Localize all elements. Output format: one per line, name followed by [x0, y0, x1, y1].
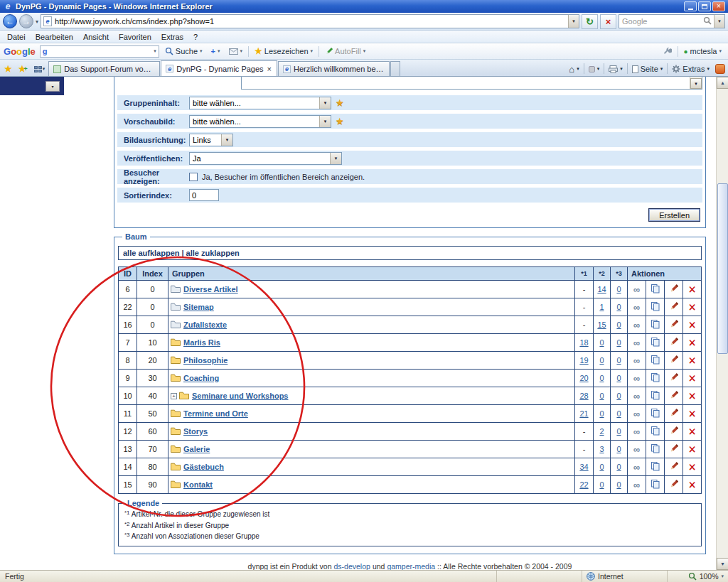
count-link[interactable]: 15	[597, 320, 606, 329]
action-cell[interactable]	[646, 476, 665, 494]
action-cell[interactable]: ∞	[628, 334, 646, 352]
count-link[interactable]: 0	[599, 338, 604, 347]
search-icon[interactable]	[703, 15, 712, 28]
action-cell[interactable]: ∞	[628, 370, 646, 387]
link-icon[interactable]: ∞	[633, 409, 640, 419]
action-cell[interactable]	[665, 441, 683, 458]
autofill-button[interactable]: AutoFill▾	[322, 45, 368, 57]
menu-bearbeiten[interactable]: Bearbeiten	[31, 32, 78, 42]
group-link[interactable]: Gästebuch	[183, 463, 224, 471]
scroll-up-icon[interactable]: ▲	[717, 77, 728, 89]
edit-icon[interactable]	[669, 373, 678, 384]
tab-joywork[interactable]: e Herzlich willkommen bei Joyw...	[278, 61, 390, 76]
truncated-listbox[interactable]: ▼	[241, 77, 702, 90]
delete-icon[interactable]: ×	[688, 319, 697, 330]
ds-develop-link[interactable]: ds-develop	[334, 562, 370, 571]
bookmarks-button[interactable]: ★Lesezeichen▾	[252, 45, 316, 58]
besucher-checkbox[interactable]	[189, 173, 198, 181]
group-link[interactable]: Sitemap	[183, 303, 214, 311]
tab-support-forum[interactable]: Das Support-Forum von DynPG	[48, 61, 160, 76]
delete-icon[interactable]: ×	[688, 408, 697, 419]
action-cell[interactable]	[665, 352, 683, 370]
count-link[interactable]: 0	[616, 427, 621, 436]
action-cell[interactable]: ×	[683, 281, 702, 298]
count-link[interactable]: 0	[616, 338, 621, 347]
account-button[interactable]: ●mctesla▾	[681, 45, 724, 57]
count-link[interactable]: 20	[579, 374, 588, 382]
group-link[interactable]: Galerie	[183, 445, 210, 453]
gruppeninhalt-select[interactable]: bitte wählen...▼	[189, 97, 331, 109]
group-link[interactable]: Diverse Artikel	[183, 285, 238, 293]
copy-icon[interactable]	[651, 391, 660, 402]
action-cell[interactable]	[665, 405, 683, 423]
action-cell[interactable]	[665, 334, 683, 352]
count-link[interactable]: 0	[616, 463, 621, 471]
action-cell[interactable]: ×	[683, 334, 702, 352]
group-link[interactable]: Philosophie	[183, 356, 228, 365]
group-link[interactable]: Kontakt	[183, 480, 213, 489]
chevron-down-icon[interactable]: ▼	[714, 15, 724, 28]
action-cell[interactable]	[646, 458, 665, 476]
count-link[interactable]: 0	[616, 374, 621, 382]
count-link[interactable]: 1	[599, 303, 604, 311]
menu-favoriten[interactable]: Favoriten	[114, 32, 156, 42]
copy-icon[interactable]	[651, 426, 660, 437]
count-link[interactable]: 0	[616, 356, 621, 365]
copy-icon[interactable]	[651, 462, 660, 473]
action-cell[interactable]	[665, 370, 683, 387]
link-icon[interactable]: ∞	[633, 355, 640, 366]
action-cell[interactable]	[646, 281, 665, 298]
sortierindex-input[interactable]	[189, 189, 219, 201]
count-link[interactable]: 19	[579, 356, 588, 365]
count-link[interactable]: 3	[599, 445, 604, 453]
browser-search-input[interactable]: Google ▼	[619, 14, 725, 28]
send-to-button[interactable]: ▾	[226, 47, 246, 56]
action-cell[interactable]: ∞	[628, 352, 646, 370]
action-cell[interactable]: ∞	[628, 298, 646, 316]
count-link[interactable]: 0	[616, 445, 621, 453]
action-cell[interactable]: ∞	[628, 281, 646, 298]
count-link[interactable]: 0	[616, 409, 621, 418]
close-tab-icon[interactable]: ×	[267, 65, 272, 73]
copy-icon[interactable]	[651, 320, 660, 330]
home-button[interactable]: ⌂▾	[565, 62, 582, 76]
veroeffentlichen-select[interactable]: Ja▼	[189, 152, 342, 165]
close-button[interactable]: ×	[712, 1, 725, 11]
action-cell[interactable]: ∞	[628, 476, 646, 494]
menu-datei[interactable]: Datei	[2, 32, 31, 42]
link-icon[interactable]: ∞	[633, 373, 640, 384]
edit-icon[interactable]	[669, 480, 678, 490]
quick-tabs-button[interactable]: ▾	[31, 62, 48, 76]
edit-icon[interactable]	[669, 462, 678, 473]
delete-icon[interactable]: ×	[688, 355, 697, 366]
new-tab-stub[interactable]	[390, 61, 400, 76]
expand-all-link[interactable]: alle aufklappen	[123, 249, 179, 257]
copy-icon[interactable]	[651, 480, 660, 490]
chevron-down-icon[interactable]: ▾	[154, 48, 156, 54]
link-icon[interactable]: ∞	[633, 284, 640, 295]
action-cell[interactable]	[646, 370, 665, 387]
zoom-control[interactable]: 100% ▾	[667, 571, 728, 582]
link-icon[interactable]: ∞	[633, 426, 640, 437]
action-cell[interactable]: ×	[683, 387, 702, 405]
google-add-button[interactable]: +▾	[208, 45, 223, 57]
edit-icon[interactable]	[669, 338, 678, 348]
count-link[interactable]: 0	[616, 285, 621, 293]
stop-button[interactable]: ×	[600, 14, 616, 29]
count-link[interactable]: 21	[579, 409, 588, 418]
scroll-down-icon[interactable]: ▼	[717, 558, 728, 570]
google-search-input[interactable]: g ▾	[40, 45, 159, 58]
action-cell[interactable]: ×	[683, 298, 702, 316]
scroll-down-icon[interactable]: ▼	[690, 78, 702, 89]
mini-dropdown[interactable]: ▾	[46, 81, 60, 92]
feeds-button[interactable]: ▾	[585, 62, 604, 76]
action-cell[interactable]	[646, 387, 665, 405]
action-cell[interactable]	[646, 441, 665, 458]
link-icon[interactable]: ∞	[633, 444, 640, 455]
copy-icon[interactable]	[651, 284, 660, 295]
scrollbar-thumb[interactable]	[717, 183, 728, 354]
action-cell[interactable]: ∞	[628, 458, 646, 476]
action-cell[interactable]	[665, 298, 683, 316]
edit-icon[interactable]	[669, 302, 678, 313]
count-link[interactable]: 34	[579, 463, 588, 471]
